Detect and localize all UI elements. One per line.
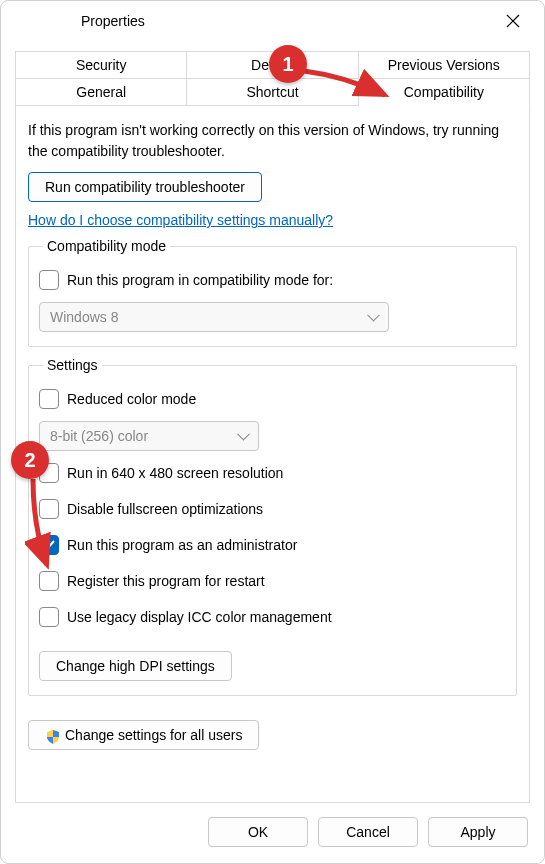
- reduced-color-checkbox[interactable]: [39, 389, 59, 409]
- reduced-color-label: Reduced color mode: [67, 391, 196, 407]
- apply-button[interactable]: Apply: [428, 817, 528, 847]
- intro-text: If this program isn't working correctly …: [28, 120, 517, 162]
- run-as-admin-label: Run this program as an administrator: [67, 537, 297, 553]
- compatibility-mode-group: Compatibility mode Run this program in c…: [28, 238, 517, 347]
- compat-mode-checkbox[interactable]: [39, 270, 59, 290]
- settings-inner: Reduced color mode 8-bit (256) color Run…: [39, 385, 506, 681]
- run-as-admin-row[interactable]: Run this program as an administrator: [39, 535, 506, 555]
- close-button[interactable]: [490, 1, 536, 41]
- properties-dialog: Properties Security Details Previous Ver…: [0, 0, 545, 864]
- compat-mode-check-label: Run this program in compatibility mode f…: [67, 272, 333, 288]
- legacy-icc-checkbox[interactable]: [39, 607, 59, 627]
- tab-general[interactable]: General: [15, 79, 187, 106]
- register-restart-checkbox[interactable]: [39, 571, 59, 591]
- disable-fullscreen-label: Disable fullscreen optimizations: [67, 501, 263, 517]
- tab-shortcut[interactable]: Shortcut: [187, 79, 358, 106]
- dialog-footer: OK Cancel Apply: [15, 803, 530, 849]
- compatibility-panel: If this program isn't working correctly …: [15, 106, 530, 803]
- tab-security[interactable]: Security: [15, 51, 187, 79]
- settings-legend: Settings: [43, 357, 102, 373]
- cancel-button[interactable]: Cancel: [318, 817, 418, 847]
- callout-2: 2: [11, 441, 49, 479]
- tab-compatibility[interactable]: Compatibility: [359, 79, 530, 106]
- legacy-icc-row[interactable]: Use legacy display ICC color management: [39, 607, 506, 627]
- legacy-icc-label: Use legacy display ICC color management: [67, 609, 332, 625]
- all-users-row: Change settings for all users: [28, 720, 517, 750]
- check-icon: [42, 538, 56, 552]
- titlebar: Properties: [1, 1, 544, 41]
- dialog-content: Security Details Previous Versions Gener…: [1, 41, 544, 863]
- tab-row-2: General Shortcut Compatibility: [15, 79, 530, 106]
- disable-fullscreen-row[interactable]: Disable fullscreen optimizations: [39, 499, 506, 519]
- manual-settings-link[interactable]: How do I choose compatibility settings m…: [28, 212, 517, 228]
- change-all-users-button[interactable]: Change settings for all users: [28, 720, 259, 750]
- ok-button[interactable]: OK: [208, 817, 308, 847]
- troubleshooter-row: Run compatibility troubleshooter: [28, 172, 517, 202]
- run-640-label: Run in 640 x 480 screen resolution: [67, 465, 283, 481]
- dpi-row: Change high DPI settings: [39, 651, 506, 681]
- color-mode-select[interactable]: 8-bit (256) color: [39, 421, 259, 451]
- register-restart-label: Register this program for restart: [67, 573, 265, 589]
- compat-mode-select[interactable]: Windows 8: [39, 302, 389, 332]
- window-title: Properties: [81, 13, 145, 29]
- disable-fullscreen-checkbox[interactable]: [39, 499, 59, 519]
- run-troubleshooter-button[interactable]: Run compatibility troubleshooter: [28, 172, 262, 202]
- close-icon: [506, 14, 520, 28]
- shield-icon: [45, 729, 61, 745]
- reduced-color-row[interactable]: Reduced color mode: [39, 389, 506, 409]
- settings-group: Settings Reduced color mode 8-bit (256) …: [28, 357, 517, 696]
- change-all-users-label: Change settings for all users: [65, 727, 242, 743]
- compat-mode-legend: Compatibility mode: [43, 238, 170, 254]
- register-restart-row[interactable]: Register this program for restart: [39, 571, 506, 591]
- tab-previous-versions[interactable]: Previous Versions: [359, 51, 530, 79]
- run-640-row[interactable]: Run in 640 x 480 screen resolution: [39, 463, 506, 483]
- compat-mode-check-row[interactable]: Run this program in compatibility mode f…: [39, 270, 506, 290]
- run-as-admin-checkbox[interactable]: [39, 535, 59, 555]
- callout-1: 1: [269, 45, 307, 83]
- change-dpi-button[interactable]: Change high DPI settings: [39, 651, 232, 681]
